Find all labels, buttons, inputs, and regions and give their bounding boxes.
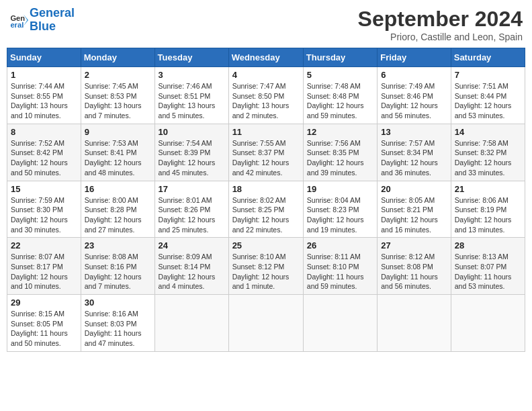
calendar-cell: 28Sunrise: 8:13 AMSunset: 8:07 PMDayligh…: [451, 238, 525, 295]
calendar-cell: 4Sunrise: 7:47 AMSunset: 8:50 PMDaylight…: [228, 67, 303, 124]
day-number: 10: [159, 127, 225, 137]
calendar-cell: 12Sunrise: 7:56 AMSunset: 8:35 PMDayligh…: [303, 124, 377, 181]
calendar-header-row: SundayMondayTuesdayWednesdayThursdayFrid…: [7, 48, 525, 67]
day-number: 5: [307, 70, 373, 80]
day-number: 24: [159, 240, 225, 250]
logo: Gen eral General Blue: [9, 7, 75, 34]
page-header: Gen eral General Blue September 2024 Pri…: [7, 7, 525, 42]
col-header-tuesday: Tuesday: [154, 48, 228, 67]
day-info: Sunrise: 7:48 AMSunset: 8:48 PMDaylight:…: [307, 81, 373, 121]
day-number: 16: [85, 184, 151, 194]
day-info: Sunrise: 8:00 AMSunset: 8:28 PMDaylight:…: [85, 195, 151, 235]
day-info: Sunrise: 7:57 AMSunset: 8:34 PMDaylight:…: [381, 138, 447, 178]
day-info: Sunrise: 7:45 AMSunset: 8:53 PMDaylight:…: [85, 81, 151, 121]
calendar-cell: [451, 295, 525, 352]
title-block: September 2024 Prioro, Castille and Leon…: [358, 7, 523, 42]
calendar-cell: 9Sunrise: 7:53 AMSunset: 8:41 PMDaylight…: [81, 124, 154, 181]
day-info: Sunrise: 8:12 AMSunset: 8:08 PMDaylight:…: [381, 252, 447, 291]
month-title: September 2024: [358, 7, 523, 32]
day-number: 7: [455, 70, 521, 80]
day-info: Sunrise: 8:05 AMSunset: 8:21 PMDaylight:…: [381, 195, 447, 235]
day-number: 11: [232, 127, 300, 137]
calendar-cell: [228, 295, 303, 352]
day-info: Sunrise: 7:46 AMSunset: 8:51 PMDaylight:…: [159, 81, 225, 121]
day-info: Sunrise: 8:06 AMSunset: 8:19 PMDaylight:…: [455, 195, 521, 235]
day-number: 12: [307, 127, 373, 137]
calendar-cell: 11Sunrise: 7:55 AMSunset: 8:37 PMDayligh…: [228, 124, 303, 181]
day-info: Sunrise: 7:44 AMSunset: 8:55 PMDaylight:…: [11, 81, 77, 121]
calendar-cell: 2Sunrise: 7:45 AMSunset: 8:53 PMDaylight…: [81, 67, 154, 124]
day-number: 22: [11, 240, 77, 250]
day-info: Sunrise: 8:02 AMSunset: 8:25 PMDaylight:…: [232, 195, 300, 235]
day-info: Sunrise: 7:51 AMSunset: 8:44 PMDaylight:…: [455, 81, 521, 121]
day-number: 15: [11, 184, 77, 194]
calendar-cell: [154, 295, 228, 352]
col-header-monday: Monday: [81, 48, 154, 67]
calendar-cell: 20Sunrise: 8:05 AMSunset: 8:21 PMDayligh…: [378, 181, 451, 238]
col-header-friday: Friday: [378, 48, 451, 67]
day-info: Sunrise: 8:08 AMSunset: 8:16 PMDaylight:…: [85, 252, 151, 291]
day-info: Sunrise: 8:04 AMSunset: 8:23 PMDaylight:…: [307, 195, 373, 235]
calendar-cell: 23Sunrise: 8:08 AMSunset: 8:16 PMDayligh…: [81, 238, 154, 295]
day-number: 14: [455, 127, 521, 137]
calendar-cell: 7Sunrise: 7:51 AMSunset: 8:44 PMDaylight…: [451, 67, 525, 124]
day-number: 25: [232, 240, 300, 250]
calendar-cell: 18Sunrise: 8:02 AMSunset: 8:25 PMDayligh…: [228, 181, 303, 238]
logo-text-line2: Blue: [30, 20, 75, 34]
calendar-cell: 26Sunrise: 8:11 AMSunset: 8:10 PMDayligh…: [303, 238, 377, 295]
calendar-cell: [303, 295, 377, 352]
day-info: Sunrise: 7:56 AMSunset: 8:35 PMDaylight:…: [307, 138, 373, 178]
day-number: 20: [381, 184, 447, 194]
calendar-cell: 24Sunrise: 8:09 AMSunset: 8:14 PMDayligh…: [154, 238, 228, 295]
calendar-cell: 27Sunrise: 8:12 AMSunset: 8:08 PMDayligh…: [378, 238, 451, 295]
day-info: Sunrise: 8:15 AMSunset: 8:05 PMDaylight:…: [11, 309, 77, 349]
col-header-wednesday: Wednesday: [228, 48, 303, 67]
calendar-cell: 16Sunrise: 8:00 AMSunset: 8:28 PMDayligh…: [81, 181, 154, 238]
day-number: 4: [232, 70, 300, 80]
calendar-cell: 8Sunrise: 7:52 AMSunset: 8:42 PMDaylight…: [7, 124, 81, 181]
calendar-cell: 1Sunrise: 7:44 AMSunset: 8:55 PMDaylight…: [7, 67, 81, 124]
calendar-cell: [378, 295, 451, 352]
day-number: 19: [307, 184, 373, 194]
day-number: 1: [11, 70, 77, 80]
day-info: Sunrise: 8:01 AMSunset: 8:26 PMDaylight:…: [159, 195, 225, 235]
day-number: 27: [381, 240, 447, 250]
day-info: Sunrise: 7:54 AMSunset: 8:39 PMDaylight:…: [159, 138, 225, 178]
calendar-week-row: 29Sunrise: 8:15 AMSunset: 8:05 PMDayligh…: [7, 295, 525, 352]
calendar-cell: 6Sunrise: 7:49 AMSunset: 8:46 PMDaylight…: [378, 67, 451, 124]
calendar-week-row: 22Sunrise: 8:07 AMSunset: 8:17 PMDayligh…: [7, 238, 525, 295]
calendar-cell: 19Sunrise: 8:04 AMSunset: 8:23 PMDayligh…: [303, 181, 377, 238]
day-info: Sunrise: 7:49 AMSunset: 8:46 PMDaylight:…: [381, 81, 447, 121]
calendar-cell: 25Sunrise: 8:10 AMSunset: 8:12 PMDayligh…: [228, 238, 303, 295]
day-info: Sunrise: 8:07 AMSunset: 8:17 PMDaylight:…: [11, 252, 77, 291]
calendar-cell: 14Sunrise: 7:58 AMSunset: 8:32 PMDayligh…: [451, 124, 525, 181]
location: Prioro, Castille and Leon, Spain: [358, 32, 523, 42]
day-number: 26: [307, 240, 373, 250]
day-info: Sunrise: 7:59 AMSunset: 8:30 PMDaylight:…: [11, 195, 77, 235]
calendar-cell: 13Sunrise: 7:57 AMSunset: 8:34 PMDayligh…: [378, 124, 451, 181]
calendar-cell: 3Sunrise: 7:46 AMSunset: 8:51 PMDaylight…: [154, 67, 228, 124]
col-header-sunday: Sunday: [7, 48, 81, 67]
day-number: 9: [85, 127, 151, 137]
day-info: Sunrise: 8:10 AMSunset: 8:12 PMDaylight:…: [232, 252, 300, 291]
day-info: Sunrise: 7:47 AMSunset: 8:50 PMDaylight:…: [232, 81, 300, 121]
calendar-cell: 5Sunrise: 7:48 AMSunset: 8:48 PMDaylight…: [303, 67, 377, 124]
day-info: Sunrise: 7:58 AMSunset: 8:32 PMDaylight:…: [455, 138, 521, 178]
day-info: Sunrise: 7:55 AMSunset: 8:37 PMDaylight:…: [232, 138, 300, 178]
calendar-cell: 17Sunrise: 8:01 AMSunset: 8:26 PMDayligh…: [154, 181, 228, 238]
calendar-cell: 29Sunrise: 8:15 AMSunset: 8:05 PMDayligh…: [7, 295, 81, 352]
logo-text-line1: General: [30, 7, 75, 20]
calendar-cell: 15Sunrise: 7:59 AMSunset: 8:30 PMDayligh…: [7, 181, 81, 238]
col-header-saturday: Saturday: [451, 48, 525, 67]
day-number: 18: [232, 184, 300, 194]
day-number: 13: [381, 127, 447, 137]
day-info: Sunrise: 8:13 AMSunset: 8:07 PMDaylight:…: [455, 252, 521, 291]
day-number: 21: [455, 184, 521, 194]
calendar-week-row: 15Sunrise: 7:59 AMSunset: 8:30 PMDayligh…: [7, 181, 525, 238]
day-number: 2: [85, 70, 151, 80]
logo-icon: Gen eral: [9, 11, 28, 30]
day-info: Sunrise: 8:11 AMSunset: 8:10 PMDaylight:…: [307, 252, 373, 291]
day-number: 30: [85, 298, 151, 308]
day-info: Sunrise: 8:16 AMSunset: 8:03 PMDaylight:…: [85, 309, 151, 349]
day-info: Sunrise: 7:53 AMSunset: 8:41 PMDaylight:…: [85, 138, 151, 178]
